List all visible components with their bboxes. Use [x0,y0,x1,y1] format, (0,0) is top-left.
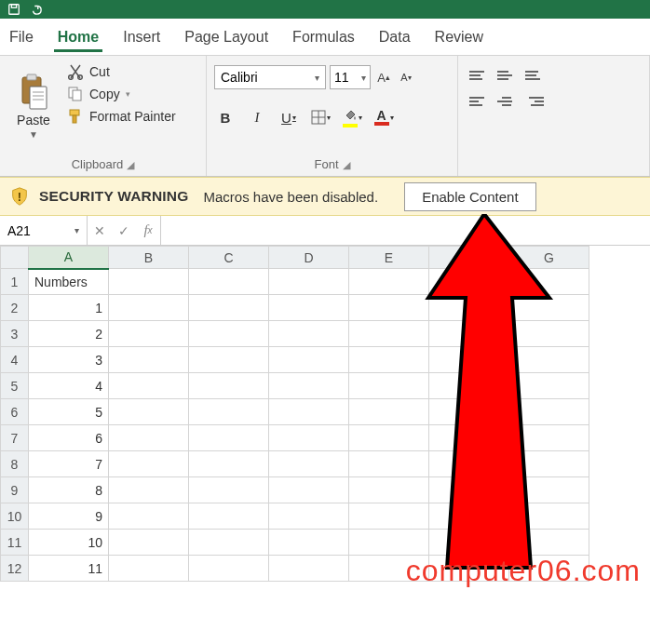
cell[interactable] [189,530,269,556]
cell[interactable]: 4 [29,373,109,399]
cell[interactable] [269,321,349,347]
cell[interactable] [269,503,349,530]
font-launcher-icon[interactable]: ◢ [343,159,350,171]
row-header[interactable]: 12 [1,556,29,582]
tab-page-layout[interactable]: Page Layout [181,23,272,55]
cell[interactable] [429,321,509,347]
cell[interactable] [109,556,189,582]
cell[interactable] [269,269,349,295]
column-header[interactable]: F [429,247,509,269]
italic-button[interactable]: I [246,106,268,128]
cut-button[interactable]: Cut [67,63,176,80]
cell[interactable] [349,269,429,295]
spreadsheet-grid[interactable]: ABCDEFG1Numbers2132435465768798109111012… [0,246,650,582]
tab-formulas[interactable]: Formulas [289,23,359,55]
tab-review[interactable]: Review [431,23,487,55]
cell[interactable] [109,451,189,477]
cell[interactable] [509,295,589,321]
cell[interactable]: 8 [29,477,109,503]
row-header[interactable]: 11 [1,530,29,556]
cell[interactable] [509,425,589,451]
decrease-font-button[interactable]: A▾ [397,65,415,89]
formula-input[interactable] [161,216,650,245]
cell[interactable] [509,530,589,556]
column-header[interactable]: E [349,247,429,269]
accept-formula-button[interactable]: ✓ [112,223,136,238]
paste-dropdown-icon[interactable]: ▼ [29,129,38,140]
cell[interactable] [349,530,429,556]
cell[interactable] [349,373,429,399]
cell[interactable] [349,295,429,321]
cell[interactable]: 2 [29,321,109,347]
fill-color-button[interactable]: ▾ [341,106,363,128]
clipboard-launcher-icon[interactable]: ◢ [127,159,134,171]
cell[interactable] [109,269,189,295]
row-header[interactable]: 2 [1,295,29,321]
cell[interactable] [269,530,349,556]
column-header[interactable]: D [269,247,349,269]
insert-function-button[interactable]: fx [136,222,160,238]
cell[interactable] [189,347,269,373]
cell[interactable] [189,295,269,321]
cell[interactable] [109,321,189,347]
cell[interactable] [109,425,189,451]
align-top-button[interactable] [469,67,488,84]
align-right-button[interactable] [525,93,544,110]
cell[interactable] [349,425,429,451]
cell[interactable] [429,503,509,530]
cell[interactable] [429,295,509,321]
cell[interactable] [509,347,589,373]
cell[interactable] [429,451,509,477]
cell[interactable] [349,399,429,425]
cell[interactable] [189,477,269,503]
tab-file[interactable]: File [6,23,37,55]
cell[interactable] [429,347,509,373]
cell[interactable] [269,556,349,582]
column-header[interactable]: B [109,247,189,269]
cell[interactable] [109,503,189,530]
cell[interactable] [189,556,269,582]
cell[interactable] [509,503,589,530]
column-header[interactable]: A [29,247,109,269]
cell[interactable] [109,373,189,399]
undo-icon[interactable] [28,2,45,17]
align-left-button[interactable] [469,93,488,110]
cell[interactable] [269,295,349,321]
align-center-button[interactable] [497,93,516,110]
cell[interactable] [189,399,269,425]
row-header[interactable]: 4 [1,347,29,373]
cell[interactable]: 5 [29,399,109,425]
cell[interactable] [109,295,189,321]
cell[interactable] [109,399,189,425]
bold-button[interactable]: B [214,106,237,128]
cell[interactable] [349,321,429,347]
font-size-dropdown[interactable]: 11 ▾ [330,65,371,89]
cell[interactable] [349,451,429,477]
cell[interactable] [109,530,189,556]
cell[interactable] [509,269,589,295]
cell[interactable] [509,477,589,503]
cell[interactable]: Numbers [29,269,109,295]
name-box[interactable]: A21 ▾ [0,216,88,245]
font-name-dropdown[interactable]: Calibri ▾ [214,65,326,89]
column-header[interactable]: C [189,247,269,269]
cell[interactable] [429,269,509,295]
format-painter-button[interactable]: Format Painter [67,108,176,125]
cell[interactable] [189,321,269,347]
cell[interactable] [269,451,349,477]
row-header[interactable]: 6 [1,399,29,425]
cell[interactable] [509,321,589,347]
paste-button[interactable]: Paste ▼ [7,61,60,147]
cell[interactable] [429,477,509,503]
align-middle-button[interactable] [497,67,516,84]
row-header[interactable]: 1 [1,269,29,295]
tab-insert[interactable]: Insert [119,23,164,55]
column-header[interactable]: G [509,247,589,269]
cell[interactable] [189,451,269,477]
cell[interactable] [509,373,589,399]
cell[interactable]: 3 [29,347,109,373]
tab-home[interactable]: Home [54,23,102,55]
row-header[interactable]: 7 [1,425,29,451]
row-header[interactable]: 3 [1,321,29,347]
cell[interactable] [189,269,269,295]
